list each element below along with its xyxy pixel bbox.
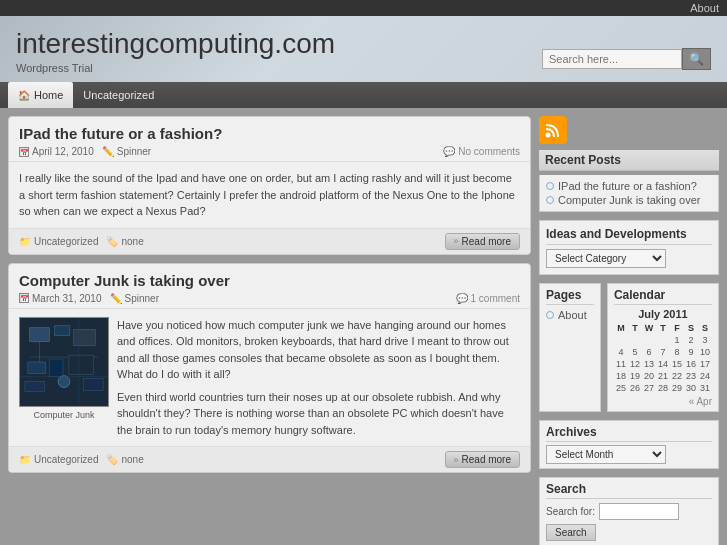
comment-icon-2: 💬 [456, 293, 468, 304]
read-more-2[interactable]: » Read more [445, 451, 520, 468]
calendar-day[interactable]: 30 [684, 382, 698, 394]
calendar-month: July 2011 [614, 308, 712, 320]
post-header-2: Computer Junk is taking over 📅 March 31,… [9, 264, 530, 309]
post-comments-1[interactable]: 💬 No comments [443, 146, 520, 157]
recent-posts-title: Recent Posts [539, 150, 719, 171]
recent-post-link-1[interactable]: IPad the future or a fashion? [546, 179, 712, 193]
calendar-day[interactable]: 4 [614, 346, 628, 358]
post-card-2: Computer Junk is taking over 📅 March 31,… [8, 263, 531, 474]
calendar-day[interactable]: 27 [642, 382, 656, 394]
svg-rect-7 [49, 359, 63, 377]
rss-icon[interactable] [539, 116, 567, 144]
post-title-1[interactable]: IPad the future or a fashion? [19, 125, 520, 142]
calendar-day[interactable]: 3 [698, 334, 712, 346]
pages-title: Pages [546, 288, 594, 305]
calendar-day[interactable]: 19 [628, 370, 642, 382]
svg-rect-6 [28, 362, 46, 374]
post-footer-2: 📁 Uncategorized 🏷️ none » Read more [9, 446, 530, 472]
calendar-day[interactable]: 18 [614, 370, 628, 382]
calendar-day[interactable]: 22 [670, 370, 684, 382]
nav-item-uncategorized[interactable]: Uncategorized [73, 82, 164, 108]
about-link[interactable]: About [690, 2, 719, 14]
calendar-nav[interactable]: « Apr [614, 396, 712, 407]
pages-cal-row: Pages About Calendar July 2011 M T W T [539, 283, 719, 412]
calendar-icon: 📅 [19, 147, 29, 157]
calendar-day[interactable]: 12 [628, 358, 642, 370]
calendar-day[interactable]: 20 [642, 370, 656, 382]
calendar-day[interactable]: 26 [628, 382, 642, 394]
ideas-section: Ideas and Developments Select Category [539, 220, 719, 275]
calendar-day[interactable]: 25 [614, 382, 628, 394]
post-category-2: 📁 Uncategorized [19, 454, 98, 465]
calendar-day[interactable]: 13 [642, 358, 656, 370]
top-bar: About [0, 0, 727, 16]
search-section-title: Search [546, 482, 712, 499]
recent-post-link-2[interactable]: Computer Junk is taking over [546, 193, 712, 207]
read-more-1[interactable]: » Read more [445, 233, 520, 250]
archives-select[interactable]: Select Month [546, 445, 666, 464]
header-search: 🔍 [542, 48, 711, 70]
post-body-2: Computer Junk Have you noticed how much … [9, 309, 530, 447]
search-submit-button[interactable]: Search [546, 524, 596, 541]
calendar-day[interactable]: 28 [656, 382, 670, 394]
comment-icon: 💬 [443, 146, 455, 157]
pages-section: Pages About [539, 283, 601, 412]
author-icon: ✏️ [102, 146, 114, 157]
calendar-day [656, 334, 670, 346]
calendar-day[interactable]: 6 [642, 346, 656, 358]
search-for-input[interactable] [599, 503, 679, 520]
calendar-icon-2: 📅 [19, 293, 29, 303]
calendar-day[interactable]: 7 [656, 346, 670, 358]
link-dot-icon-2 [546, 196, 554, 204]
calendar-day[interactable]: 15 [670, 358, 684, 370]
cal-header-m: M [614, 322, 628, 334]
calendar-day[interactable]: 31 [698, 382, 712, 394]
about-page-link[interactable]: About [546, 308, 594, 322]
calendar-day[interactable]: 23 [684, 370, 698, 382]
calendar-day[interactable]: 29 [670, 382, 684, 394]
link-dot-about [546, 311, 554, 319]
post-footer-1: 📁 Uncategorized 🏷️ none » Read more [9, 228, 530, 254]
post-author-1: ✏️ Spinner [102, 146, 151, 157]
svg-rect-12 [25, 381, 45, 391]
post-body-1: I really like the sound of the Ipad and … [9, 162, 530, 228]
recent-posts-section: Recent Posts IPad the future or a fashio… [539, 150, 719, 212]
cal-header-w: W [642, 322, 656, 334]
calendar-day[interactable]: 21 [656, 370, 670, 382]
main-layout: IPad the future or a fashion? 📅 April 12… [0, 108, 727, 545]
calendar-day[interactable]: 16 [684, 358, 698, 370]
svg-point-9 [58, 375, 70, 387]
post-comments-2[interactable]: 💬 1 comment [456, 293, 520, 304]
nav-item-home[interactable]: 🏠 Home [8, 82, 73, 108]
calendar-section: Calendar July 2011 M T W T F S S [607, 283, 719, 412]
post-meta-2: 📅 March 31, 2010 ✏️ Spinner 💬 1 comment [19, 293, 520, 304]
folder-icon-2: 📁 [19, 454, 31, 465]
calendar-day[interactable]: 9 [684, 346, 698, 358]
header-search-input[interactable] [542, 49, 682, 69]
author-icon-2: ✏️ [110, 293, 122, 304]
calendar-day[interactable]: 2 [684, 334, 698, 346]
search-for-label: Search for: [546, 506, 595, 517]
category-select[interactable]: Select Category [546, 249, 666, 268]
site-subtitle: Wordpress Trial [16, 62, 335, 74]
svg-rect-3 [74, 329, 96, 345]
recent-posts-content: IPad the future or a fashion? Computer J… [539, 175, 719, 212]
calendar-day[interactable]: 8 [670, 346, 684, 358]
post-thumb-caption: Computer Junk [19, 409, 109, 423]
calendar-day[interactable]: 11 [614, 358, 628, 370]
header-search-button[interactable]: 🔍 [682, 48, 711, 70]
calendar-day[interactable]: 1 [670, 334, 684, 346]
calendar-day[interactable]: 17 [698, 358, 712, 370]
archives-title: Archives [546, 425, 712, 442]
calendar-day[interactable]: 14 [656, 358, 670, 370]
svg-rect-2 [54, 325, 70, 335]
calendar-day[interactable]: 5 [628, 346, 642, 358]
site-title: interestingcomputing.com [16, 28, 335, 60]
cal-header-s2: S [698, 322, 712, 334]
tag-icon: 🏷️ [106, 236, 118, 247]
post-title-2[interactable]: Computer Junk is taking over [19, 272, 520, 289]
calendar-day[interactable]: 24 [698, 370, 712, 382]
post-author-2: ✏️ Spinner [110, 293, 159, 304]
rss-section [539, 116, 719, 144]
calendar-day[interactable]: 10 [698, 346, 712, 358]
